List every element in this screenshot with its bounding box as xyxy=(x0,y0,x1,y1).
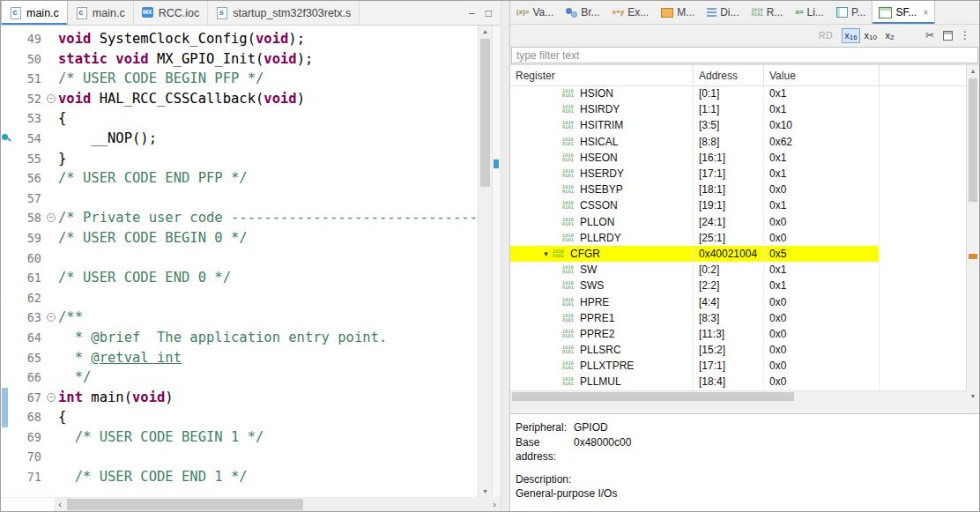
register-row-ppre2[interactable]: 10100101PPRE2[11:3]0x0 xyxy=(510,326,967,342)
register-row-csson[interactable]: 10100101CSSON[19:1]0x1 xyxy=(510,197,967,213)
filter-input[interactable] xyxy=(511,47,978,63)
radix-x10-button[interactable]: x10 xyxy=(862,28,880,43)
code-text[interactable]: { xyxy=(58,407,478,427)
annotation-ruler-cell[interactable] xyxy=(1,89,12,109)
register-row-hsirdy[interactable]: 10100101HSIRDY[1:1]0x1 xyxy=(510,101,967,117)
radix-x16-button[interactable]: x16 xyxy=(842,28,859,43)
table-horizontal-scrollbar[interactable] xyxy=(510,390,967,402)
code-text[interactable]: /* USER CODE BEGIN PFP */ xyxy=(58,69,478,89)
code-text[interactable]: /* Private user code -------------------… xyxy=(58,208,478,228)
collapse-icon[interactable]: − xyxy=(47,213,56,222)
scrollbar-track[interactable]: ‹ › xyxy=(54,498,501,511)
annotation-ruler-cell[interactable] xyxy=(1,388,12,408)
column-header-register[interactable]: Register xyxy=(510,65,694,85)
annotation-ruler-cell[interactable] xyxy=(1,149,12,169)
code-text[interactable]: /** xyxy=(58,308,478,328)
editor-tab-main-c[interactable]: cmain.c xyxy=(68,1,134,25)
view-tab-disassembly[interactable]: Di... xyxy=(701,1,745,24)
annotation-ruler-cell[interactable] xyxy=(1,268,12,288)
scrollbar-thumb[interactable] xyxy=(969,78,977,202)
register-row-pllsrc[interactable]: 10100101PLLSRC[15:2]0x0 xyxy=(510,342,967,358)
close-icon[interactable]: × xyxy=(923,8,928,18)
editor-vertical-scrollbar[interactable]: ▲ ▼ xyxy=(478,26,492,497)
code-text[interactable]: */ xyxy=(58,367,478,388)
collapse-icon[interactable]: − xyxy=(47,313,56,322)
annotation-ruler-cell[interactable] xyxy=(1,348,12,368)
register-row-pllxtpre[interactable]: 10100101PLLXTPRE[17:1]0x0 xyxy=(510,358,967,374)
annotation-ruler-cell[interactable] xyxy=(1,328,12,348)
code-text[interactable]: void SystemClock_Config(void); xyxy=(58,29,478,49)
view-tab-sfrs[interactable]: SF...× xyxy=(872,1,935,24)
code-text[interactable]: * @brief The application entry point. xyxy=(58,328,478,348)
register-row-pllmul[interactable]: 10100101PLLMUL[18:4]0x0 xyxy=(510,374,967,390)
annotation-ruler-cell[interactable] xyxy=(1,367,12,388)
code-text[interactable]: int main(void) xyxy=(58,388,478,408)
view-menu-icon[interactable]: ⋮ xyxy=(956,27,974,43)
pane-splitter[interactable] xyxy=(501,1,510,511)
code-text[interactable]: __NOP(); xyxy=(58,129,478,149)
code-editor[interactable]: 49void SystemClock_Config(void);50static… xyxy=(1,26,478,497)
table-vertical-scrollbar[interactable]: ▲ ▼ xyxy=(966,65,979,402)
annotation-ruler-cell[interactable] xyxy=(1,467,12,487)
code-text[interactable]: * @retval int xyxy=(58,348,478,368)
register-row-hseon[interactable]: 10100101HSEON[16:1]0x1 xyxy=(510,150,967,166)
scroll-down-icon[interactable]: ▼ xyxy=(479,488,492,494)
annotation-ruler-cell[interactable] xyxy=(1,228,12,249)
code-text[interactable]: /* USER CODE END PFP */ xyxy=(58,168,478,189)
register-row-hsebyp[interactable]: 10100101HSEBYP[18:1]0x0 xyxy=(510,182,967,197)
annotation-ruler-cell[interactable] xyxy=(1,108,12,129)
annotation-ruler-cell[interactable] xyxy=(1,208,12,228)
annotation-ruler-cell[interactable] xyxy=(1,129,12,149)
column-header-value[interactable]: Value xyxy=(764,65,880,85)
view-tab-variables[interactable]: (x)=Va... xyxy=(510,1,560,24)
register-row-hsical[interactable]: 10100101HSICAL[8:8]0x62 xyxy=(510,134,967,150)
register-row-sw[interactable]: 10100101SW[0:2]0x1 xyxy=(510,262,967,278)
code-text[interactable]: /* USER CODE BEGIN 1 */ xyxy=(58,427,478,448)
view-tab-expressions[interactable]: x+yEx... xyxy=(606,1,656,24)
register-row-sws[interactable]: 10100101SWS[2:2]0x1 xyxy=(510,278,967,293)
register-row-ppre1[interactable]: 10100101PPRE1[8:3]0x0 xyxy=(510,310,967,326)
annotation-ruler-cell[interactable] xyxy=(1,308,12,328)
annotation-ruler-cell[interactable] xyxy=(1,249,12,269)
scroll-up-icon[interactable]: ▲ xyxy=(967,68,979,74)
scroll-down-icon[interactable]: ▼ xyxy=(967,393,979,399)
register-row-pllrdy[interactable]: 10100101PLLRDY[25:1]0x0 xyxy=(510,230,967,246)
code-text[interactable]: } xyxy=(58,149,478,169)
scroll-up-icon[interactable]: ▲ xyxy=(479,28,492,34)
scissors-icon[interactable]: ✂ xyxy=(921,27,939,43)
code-text[interactable]: void HAL_RCC_CSSCallback(void) xyxy=(58,89,478,109)
annotation-ruler-cell[interactable] xyxy=(1,189,12,209)
register-row-hsitrim[interactable]: 10100101HSITRIM[3:5]0x10 xyxy=(510,117,967,133)
register-row-hserdy[interactable]: 10100101HSERDY[17:1]0x1 xyxy=(510,166,967,182)
collapse-icon[interactable]: − xyxy=(47,94,56,103)
code-text[interactable]: static void MX_GPIO_Init(void); xyxy=(58,49,478,70)
expand-arrow-icon[interactable]: ▾ xyxy=(540,249,552,258)
code-text[interactable]: /* USER CODE END 0 */ xyxy=(58,268,478,288)
overview-ruler[interactable] xyxy=(492,26,501,497)
view-tab-peripherals[interactable]: P... xyxy=(830,1,872,24)
view-tab-registers[interactable]: 10100101R... xyxy=(746,1,790,24)
scroll-right-icon[interactable]: › xyxy=(488,498,501,511)
annotation-ruler-cell[interactable] xyxy=(1,407,12,427)
column-header-address[interactable]: Address xyxy=(694,65,764,85)
annotation-ruler-cell[interactable] xyxy=(1,29,12,49)
maximize-icon[interactable]: □ xyxy=(486,7,492,19)
scrollbar-thumb[interactable] xyxy=(480,39,490,187)
view-tab-breakpoints[interactable]: Br... xyxy=(560,1,605,24)
register-row-pllon[interactable]: 10100101PLLON[24:1]0x0 xyxy=(510,214,967,230)
annotation-ruler-cell[interactable] xyxy=(1,427,12,448)
overview-marker[interactable] xyxy=(494,160,499,168)
editor-tab-startup-stm32f303retx-s[interactable]: sstartup_stm32f303retx.s xyxy=(208,1,360,25)
export-icon[interactable] xyxy=(939,27,956,43)
scrollbar-thumb[interactable] xyxy=(67,499,303,510)
editor-horizontal-scrollbar[interactable]: ‹ › xyxy=(1,497,501,511)
editor-tab-main-c[interactable]: cmain.c xyxy=(1,1,68,25)
view-tab-memory[interactable]: M... xyxy=(655,1,701,24)
editor-tab-rcc-ioc[interactable]: MXRCC.ioc xyxy=(134,1,209,25)
scrollbar-thumb[interactable] xyxy=(512,392,794,401)
minimize-icon[interactable]: – xyxy=(469,7,475,19)
code-text[interactable]: /* USER CODE BEGIN 0 */ xyxy=(58,228,478,249)
annotation-ruler-cell[interactable] xyxy=(1,288,12,308)
annotation-ruler-cell[interactable] xyxy=(1,168,12,189)
register-row-cfgr[interactable]: ▾10100101CFGR0x400210040x5 xyxy=(510,246,967,262)
